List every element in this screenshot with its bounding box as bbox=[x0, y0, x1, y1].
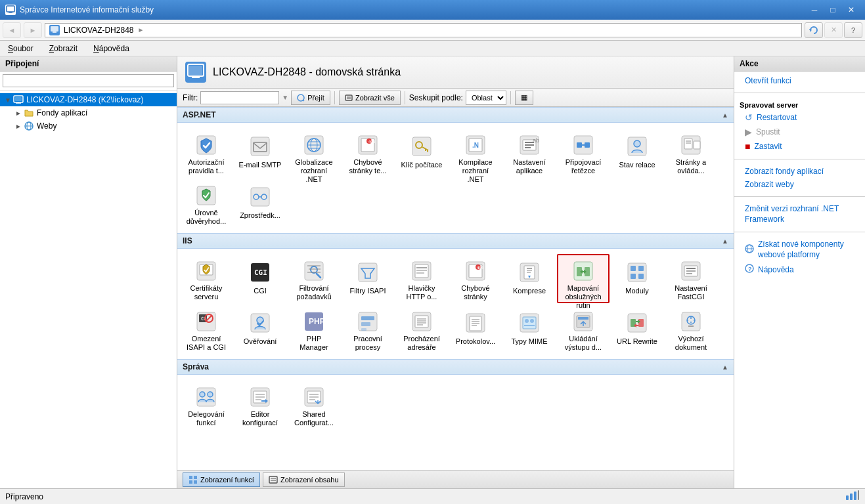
action-help[interactable]: ? Nápověda bbox=[734, 262, 865, 277]
svg-rect-173 bbox=[269, 476, 277, 483]
view-mode-button[interactable]: ▦ bbox=[515, 91, 533, 105]
action-view-pools[interactable]: Zobrazit fondy aplikací bbox=[734, 165, 865, 178]
icon-pracovni[interactable]: Pracovní procesy bbox=[342, 304, 394, 354]
icon-overovani[interactable]: Ověřování bbox=[234, 304, 286, 354]
svg-rect-153 bbox=[197, 388, 215, 406]
icon-url-rewrite[interactable]: URL Rewrite bbox=[611, 304, 663, 354]
icon-chybove-iis[interactable]: 404 Chybové stránky bbox=[449, 254, 502, 303]
tree-item-weby[interactable]: ► Weby bbox=[11, 119, 177, 133]
icon-hlavicky[interactable]: Hlavičky HTTP o... bbox=[395, 254, 448, 303]
show-all-label: Zobrazit vše bbox=[355, 94, 395, 102]
address-field[interactable]: LICKOVAZ-DH2848 ► bbox=[45, 23, 802, 37]
vychozi-label: Výchozí dokument bbox=[669, 335, 713, 352]
features-view-button[interactable]: Zobrazení funkcí bbox=[183, 472, 260, 487]
icon-mime[interactable]: Typy MIME bbox=[503, 304, 556, 354]
icon-filtrovani[interactable]: Filtrování požadavků bbox=[288, 254, 340, 303]
help-icon: ? bbox=[745, 264, 754, 275]
search-input[interactable] bbox=[3, 74, 174, 87]
icon-moduly[interactable]: Moduly bbox=[611, 254, 663, 303]
icon-globalizace[interactable]: Globalizace rozhraní .NET bbox=[288, 128, 340, 177]
maximize-button[interactable]: □ bbox=[824, 3, 841, 16]
icon-delegovani[interactable]: Delegování funkcí bbox=[180, 380, 233, 429]
globe-icon-weby bbox=[24, 121, 34, 131]
go-button[interactable]: Přejít bbox=[291, 91, 330, 105]
minimize-button[interactable]: ─ bbox=[806, 3, 823, 16]
komprese-label: Komprese bbox=[513, 287, 546, 295]
stop-button[interactable]: ✕ bbox=[824, 22, 843, 38]
back-button[interactable]: ◄ bbox=[3, 22, 21, 38]
help-button[interactable]: ? bbox=[844, 22, 862, 38]
icon-protokol[interactable]: Protokolov... bbox=[449, 304, 502, 354]
right-panel: Akce Otevřít funkci Spravovat server ↺ R… bbox=[734, 56, 865, 488]
section-header-sprava[interactable]: Správa ▲ bbox=[177, 359, 734, 375]
start-icon: ▶ bbox=[745, 127, 752, 137]
view-pools-label: Zobrazit fondy aplikací bbox=[745, 167, 824, 176]
tree-item-server[interactable]: ▼ LICKOVAZ-DH2848 (K2\lickovaz) bbox=[0, 93, 177, 106]
icon-mapovani[interactable]: Mapování obslužných rutin bbox=[557, 254, 610, 303]
icon-chybove[interactable]: 404 Chybové stránky te... bbox=[342, 128, 394, 177]
icon-nastaveni-app[interactable]: ab Nastavení aplikace bbox=[503, 128, 556, 177]
ukladani-icon bbox=[570, 310, 596, 333]
icon-zprostredkovatel[interactable]: Zprostředk... bbox=[234, 178, 286, 228]
svg-text:.N: .N bbox=[472, 142, 479, 149]
klic-icon bbox=[409, 133, 435, 159]
tree-toggle-fondy[interactable]: ► bbox=[13, 108, 24, 118]
fondy-label: Fondy aplikací bbox=[37, 108, 87, 117]
icon-cgi[interactable]: CGI CGI bbox=[234, 254, 286, 303]
mime-label: Typy MIME bbox=[511, 337, 547, 346]
tree-toggle-weby[interactable]: ► bbox=[13, 121, 24, 131]
icon-pripojovaci[interactable]: Připojovací řetězce bbox=[557, 128, 610, 177]
action-stop[interactable]: ■ Zastavit bbox=[734, 139, 865, 154]
action-change-framework[interactable]: Změnit verzi rozhraní .NET Framework bbox=[734, 202, 865, 226]
show-all-button[interactable]: Zobrazit vše bbox=[339, 91, 401, 105]
icon-klic[interactable]: Klíč počítace bbox=[395, 128, 448, 177]
komprese-icon bbox=[516, 259, 543, 285]
urovne-icon bbox=[193, 184, 219, 207]
action-restart[interactable]: ↺ Restartovat bbox=[734, 110, 865, 125]
icon-urovne[interactable]: Úrovně důvěryhod... bbox=[180, 178, 233, 228]
section-header-aspnet[interactable]: ASP.NET ▲ bbox=[177, 107, 734, 123]
action-view-sites[interactable]: Zobrazit weby bbox=[734, 178, 865, 191]
icon-prochazeni[interactable]: Procházení adresáře bbox=[395, 304, 448, 354]
filtry-isapi-label: Filtry ISAPI bbox=[349, 287, 386, 295]
filter-input[interactable] bbox=[200, 91, 279, 104]
svg-rect-138 bbox=[578, 317, 588, 320]
section-header-iis[interactable]: IIS ▲ bbox=[177, 233, 734, 249]
icon-stranky[interactable]: Stránky a ovláda... bbox=[665, 128, 717, 177]
icon-shared-config[interactable]: Shared Configurat... bbox=[288, 380, 340, 429]
refresh-button[interactable] bbox=[805, 22, 823, 38]
change-framework-label: Změnit verzi rozhraní .NET Framework bbox=[745, 204, 854, 224]
tree-item-fondy[interactable]: ► Fondy aplikací bbox=[11, 106, 177, 119]
icon-filtry-isapi[interactable]: Filtry ISAPI bbox=[342, 254, 394, 303]
icon-kompilace[interactable]: .N Kompilace rozhraní .NET bbox=[449, 128, 502, 177]
forward-button[interactable]: ► bbox=[24, 22, 42, 38]
group-select[interactable]: Oblast bbox=[466, 91, 506, 105]
icon-editor[interactable]: Editor konfigurací bbox=[234, 380, 286, 429]
menu-soubor[interactable]: Soubor bbox=[5, 43, 36, 54]
icon-omezeni[interactable]: CGI Omezení ISAPI a CGI bbox=[180, 304, 233, 354]
icon-email-smtp[interactable]: E-mail SMTP bbox=[234, 128, 286, 177]
group-label: Seskupit podle: bbox=[409, 93, 463, 102]
action-get-components[interactable]: Získat nové komponenty webové platformy bbox=[734, 238, 865, 262]
icon-certifikaty[interactable]: Certifikáty serveru bbox=[180, 254, 233, 303]
pripojovaci-icon bbox=[570, 133, 596, 157]
action-open-feature[interactable]: Otevřít funkci bbox=[734, 74, 865, 87]
address-text: LICKOVAZ-DH2848 bbox=[64, 26, 133, 35]
stop-label: Zastavit bbox=[754, 142, 782, 151]
menu-zobrazit[interactable]: Zobrazit bbox=[47, 43, 80, 54]
icon-komprese[interactable]: Komprese bbox=[503, 254, 556, 303]
menu-napoveda[interactable]: Nápověda bbox=[91, 43, 132, 54]
close-button[interactable]: ✕ bbox=[843, 3, 860, 16]
action-sep-1 bbox=[734, 93, 865, 93]
icon-php[interactable]: PHP PHP Manager bbox=[288, 304, 340, 354]
content-view-button[interactable]: Zobrazení obsahu bbox=[263, 472, 345, 487]
icon-ukladani[interactable]: Ukládání výstupu d... bbox=[557, 304, 610, 354]
address-arrow: ► bbox=[137, 26, 144, 33]
icon-stav-relace[interactable]: Stav relace bbox=[611, 128, 663, 177]
icon-vychozi[interactable]: Výchozí dokument bbox=[665, 304, 717, 354]
tree-toggle-server[interactable]: ▼ bbox=[3, 94, 13, 105]
icon-autorizacni[interactable]: Autorizační pravidla t... bbox=[180, 128, 233, 177]
icon-fastcgi[interactable]: Nastavení FastCGI bbox=[665, 254, 717, 303]
autorizacni-icon bbox=[193, 133, 219, 157]
globalizace-icon bbox=[301, 133, 327, 157]
